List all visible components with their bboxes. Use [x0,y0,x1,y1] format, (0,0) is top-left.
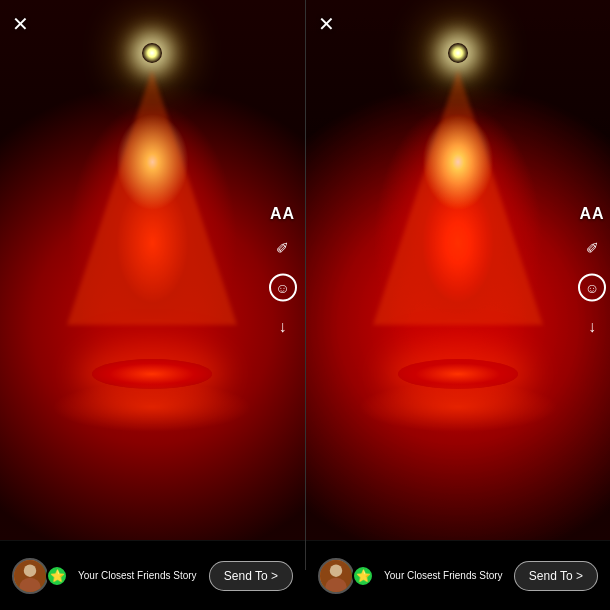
bottom-bar-left: ⭐ Your Closest Friends Story Send To > [0,540,305,570]
aa-label-right[interactable]: AA [579,205,604,223]
toolbar-left: AA ✏ ☺ ↓ [269,205,297,336]
face-icon-right[interactable]: ☺ [578,274,606,302]
toolbar-right: AA ✏ ☺ ↓ [578,205,606,336]
story-panel-left: ✕ AA ✏ ☺ ↓ [0,0,305,540]
tree-body-left [67,70,237,325]
face-icon-left[interactable]: ☺ [269,274,297,302]
avatar-left [12,558,48,571]
tree-body-right [373,70,543,325]
avatar-star-right: ⭐ [352,565,374,571]
avatar-right [318,558,354,571]
story-panel-right: ✕ AA ✏ ☺ ↓ [306,0,611,540]
star-glow-right [448,43,468,63]
pencil-icon-left[interactable]: ✏ [271,237,294,260]
star-glow-left [142,43,162,63]
download-icon-left[interactable]: ↓ [279,318,287,336]
avatar-container-left: ⭐ [12,558,68,571]
aa-label-left[interactable]: AA [270,205,295,223]
close-button-left[interactable]: ✕ [12,12,29,36]
avatar-star-left: ⭐ [46,565,68,571]
close-button-right[interactable]: ✕ [318,12,335,36]
ground-glow-right [358,382,558,432]
pencil-icon-right[interactable]: ✏ [581,237,604,260]
ground-glow-left [52,382,252,432]
send-to-button-left[interactable]: Send To > [209,561,293,571]
avatar-container-right: ⭐ [318,558,374,571]
download-icon-right[interactable]: ↓ [588,318,596,336]
send-to-button-right[interactable]: Send To > [514,561,598,571]
bottom-bar-right: ⭐ Your Closest Friends Story Send To > [306,540,610,570]
